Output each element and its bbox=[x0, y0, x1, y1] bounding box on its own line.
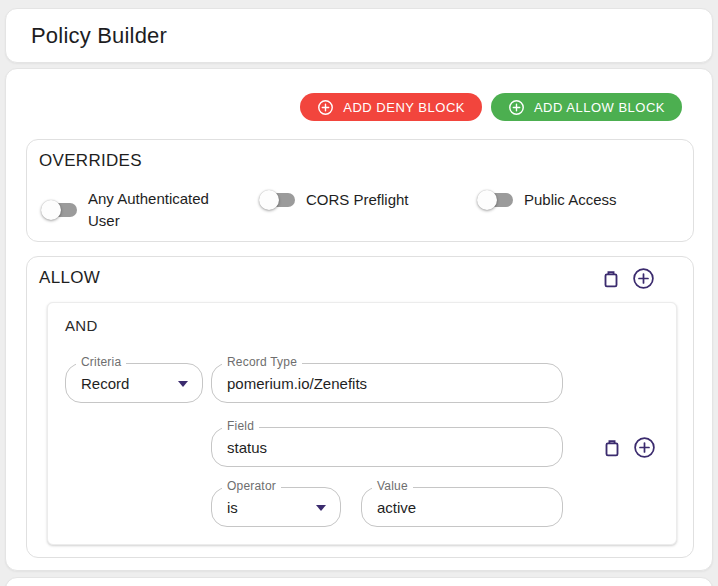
toggle-thumb bbox=[259, 190, 279, 210]
allow-section-title: ALLOW bbox=[39, 268, 100, 288]
add-criteria-group-button[interactable] bbox=[632, 267, 655, 290]
delete-allow-block-button[interactable] bbox=[600, 268, 622, 290]
and-criteria-group: AND Criteria Record Record Type pomerium… bbox=[47, 302, 677, 545]
record-type-input-label: Record Type bbox=[222, 355, 302, 369]
overrides-section: OVERRIDES Any Authenticated User CORS Pr… bbox=[26, 139, 694, 242]
criteria-select-value: Record bbox=[81, 375, 129, 392]
criteria-select[interactable]: Criteria Record bbox=[65, 363, 203, 403]
field-input-value: status bbox=[227, 439, 267, 456]
trash-icon bbox=[601, 447, 623, 462]
field-input-label: Field bbox=[222, 419, 259, 433]
record-type-input-value: pomerium.io/Zenefits bbox=[227, 375, 367, 392]
add-deny-button-label: ADD DENY BLOCK bbox=[343, 100, 465, 115]
plus-circle-icon bbox=[317, 99, 334, 116]
trash-icon bbox=[600, 278, 622, 293]
value-input-value: active bbox=[377, 499, 416, 516]
policy-builder-content-card: ADD DENY BLOCK ADD ALLOW BLOCK OVERRIDES… bbox=[5, 68, 713, 571]
any-authenticated-user-toggle[interactable] bbox=[41, 198, 78, 222]
toolbar: ADD DENY BLOCK ADD ALLOW BLOCK bbox=[300, 93, 682, 121]
delete-criteria-button[interactable] bbox=[601, 437, 623, 459]
plus-circle-icon bbox=[632, 278, 655, 293]
allow-section-actions bbox=[600, 267, 655, 290]
plus-circle-icon bbox=[633, 447, 656, 462]
cors-preflight-toggle[interactable] bbox=[259, 188, 296, 212]
chevron-down-icon bbox=[178, 381, 188, 387]
toggle-group-cors-preflight: CORS Preflight bbox=[259, 188, 409, 212]
toggle-thumb bbox=[41, 200, 61, 220]
operator-select-label: Operator bbox=[222, 479, 281, 493]
add-criteria-button[interactable] bbox=[633, 436, 656, 459]
add-deny-button[interactable]: ADD DENY BLOCK bbox=[300, 93, 482, 121]
next-card-peek bbox=[5, 577, 713, 586]
allow-section: ALLOW AND Criteria Record Reco bbox=[26, 256, 694, 558]
chevron-down-icon bbox=[316, 505, 326, 511]
add-allow-button[interactable]: ADD ALLOW BLOCK bbox=[491, 93, 682, 121]
toggle-label: Any Authenticated User bbox=[88, 188, 236, 232]
toggle-label: CORS Preflight bbox=[306, 189, 409, 211]
overrides-section-title: OVERRIDES bbox=[39, 151, 142, 171]
field-input[interactable]: Field status bbox=[211, 427, 563, 467]
plus-circle-icon bbox=[508, 99, 525, 116]
value-input-label: Value bbox=[372, 479, 413, 493]
record-type-input[interactable]: Record Type pomerium.io/Zenefits bbox=[211, 363, 563, 403]
policy-builder-header-card: Policy Builder bbox=[5, 8, 713, 63]
page-title: Policy Builder bbox=[31, 9, 167, 62]
add-allow-button-label: ADD ALLOW BLOCK bbox=[534, 100, 665, 115]
toggle-thumb bbox=[477, 190, 497, 210]
public-access-toggle[interactable] bbox=[477, 188, 514, 212]
operator-select-value: is bbox=[227, 499, 238, 516]
toggle-group-any-authenticated-user: Any Authenticated User bbox=[41, 188, 236, 232]
operator-select[interactable]: Operator is bbox=[211, 487, 341, 527]
group-operator-label: AND bbox=[65, 317, 98, 334]
criteria-row-actions bbox=[601, 436, 656, 459]
toggle-label: Public Access bbox=[524, 189, 617, 211]
toggle-group-public-access: Public Access bbox=[477, 188, 617, 212]
value-input[interactable]: Value active bbox=[361, 487, 563, 527]
criteria-select-label: Criteria bbox=[76, 355, 126, 369]
